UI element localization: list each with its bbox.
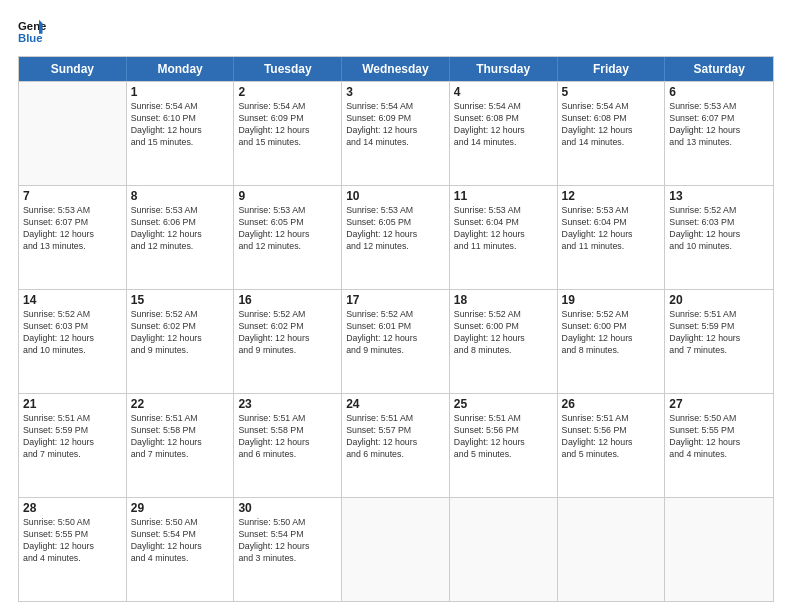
day-info: Sunrise: 5:51 AM Sunset: 5:59 PM Dayligh… [669,309,769,357]
day-info: Sunrise: 5:50 AM Sunset: 5:55 PM Dayligh… [23,517,122,565]
day-number: 7 [23,189,122,203]
calendar-body: 1Sunrise: 5:54 AM Sunset: 6:10 PM Daylig… [19,81,773,601]
cal-cell: 7Sunrise: 5:53 AM Sunset: 6:07 PM Daylig… [19,186,127,289]
day-number: 19 [562,293,661,307]
day-info: Sunrise: 5:51 AM Sunset: 5:56 PM Dayligh… [562,413,661,461]
day-info: Sunrise: 5:54 AM Sunset: 6:10 PM Dayligh… [131,101,230,149]
day-info: Sunrise: 5:51 AM Sunset: 5:58 PM Dayligh… [238,413,337,461]
cal-cell: 13Sunrise: 5:52 AM Sunset: 6:03 PM Dayli… [665,186,773,289]
cal-cell [19,82,127,185]
day-header-monday: Monday [127,57,235,81]
day-info: Sunrise: 5:52 AM Sunset: 6:02 PM Dayligh… [238,309,337,357]
week-row-5: 28Sunrise: 5:50 AM Sunset: 5:55 PM Dayli… [19,497,773,601]
day-info: Sunrise: 5:51 AM Sunset: 5:59 PM Dayligh… [23,413,122,461]
cal-cell: 9Sunrise: 5:53 AM Sunset: 6:05 PM Daylig… [234,186,342,289]
cal-cell: 2Sunrise: 5:54 AM Sunset: 6:09 PM Daylig… [234,82,342,185]
day-number: 8 [131,189,230,203]
cal-cell: 15Sunrise: 5:52 AM Sunset: 6:02 PM Dayli… [127,290,235,393]
header: General Blue [18,18,774,46]
week-row-2: 7Sunrise: 5:53 AM Sunset: 6:07 PM Daylig… [19,185,773,289]
cal-cell: 5Sunrise: 5:54 AM Sunset: 6:08 PM Daylig… [558,82,666,185]
cal-cell: 24Sunrise: 5:51 AM Sunset: 5:57 PM Dayli… [342,394,450,497]
cal-cell: 28Sunrise: 5:50 AM Sunset: 5:55 PM Dayli… [19,498,127,601]
cal-cell: 14Sunrise: 5:52 AM Sunset: 6:03 PM Dayli… [19,290,127,393]
day-info: Sunrise: 5:51 AM Sunset: 5:57 PM Dayligh… [346,413,445,461]
day-info: Sunrise: 5:53 AM Sunset: 6:04 PM Dayligh… [454,205,553,253]
day-info: Sunrise: 5:53 AM Sunset: 6:04 PM Dayligh… [562,205,661,253]
week-row-4: 21Sunrise: 5:51 AM Sunset: 5:59 PM Dayli… [19,393,773,497]
day-number: 23 [238,397,337,411]
cal-cell: 4Sunrise: 5:54 AM Sunset: 6:08 PM Daylig… [450,82,558,185]
day-number: 26 [562,397,661,411]
day-info: Sunrise: 5:53 AM Sunset: 6:05 PM Dayligh… [238,205,337,253]
cal-cell [450,498,558,601]
week-row-3: 14Sunrise: 5:52 AM Sunset: 6:03 PM Dayli… [19,289,773,393]
cal-cell: 22Sunrise: 5:51 AM Sunset: 5:58 PM Dayli… [127,394,235,497]
logo: General Blue [18,18,52,46]
page: General Blue SundayMondayTuesdayWednesda… [0,0,792,612]
cal-cell [342,498,450,601]
cal-cell: 1Sunrise: 5:54 AM Sunset: 6:10 PM Daylig… [127,82,235,185]
day-number: 5 [562,85,661,99]
calendar: SundayMondayTuesdayWednesdayThursdayFrid… [18,56,774,602]
day-number: 16 [238,293,337,307]
cal-cell: 27Sunrise: 5:50 AM Sunset: 5:55 PM Dayli… [665,394,773,497]
day-info: Sunrise: 5:50 AM Sunset: 5:54 PM Dayligh… [238,517,337,565]
day-number: 3 [346,85,445,99]
cal-cell: 12Sunrise: 5:53 AM Sunset: 6:04 PM Dayli… [558,186,666,289]
day-info: Sunrise: 5:54 AM Sunset: 6:08 PM Dayligh… [562,101,661,149]
day-number: 25 [454,397,553,411]
day-number: 9 [238,189,337,203]
day-header-sunday: Sunday [19,57,127,81]
cal-cell: 6Sunrise: 5:53 AM Sunset: 6:07 PM Daylig… [665,82,773,185]
day-info: Sunrise: 5:53 AM Sunset: 6:06 PM Dayligh… [131,205,230,253]
day-number: 24 [346,397,445,411]
day-header-thursday: Thursday [450,57,558,81]
cal-cell: 20Sunrise: 5:51 AM Sunset: 5:59 PM Dayli… [665,290,773,393]
day-number: 27 [669,397,769,411]
day-number: 29 [131,501,230,515]
cal-cell: 10Sunrise: 5:53 AM Sunset: 6:05 PM Dayli… [342,186,450,289]
day-info: Sunrise: 5:51 AM Sunset: 5:58 PM Dayligh… [131,413,230,461]
calendar-header-row: SundayMondayTuesdayWednesdayThursdayFrid… [19,57,773,81]
day-number: 28 [23,501,122,515]
day-info: Sunrise: 5:53 AM Sunset: 6:07 PM Dayligh… [669,101,769,149]
svg-text:Blue: Blue [18,32,43,44]
day-number: 10 [346,189,445,203]
cal-cell: 29Sunrise: 5:50 AM Sunset: 5:54 PM Dayli… [127,498,235,601]
cal-cell: 17Sunrise: 5:52 AM Sunset: 6:01 PM Dayli… [342,290,450,393]
week-row-1: 1Sunrise: 5:54 AM Sunset: 6:10 PM Daylig… [19,81,773,185]
day-header-saturday: Saturday [665,57,773,81]
day-header-tuesday: Tuesday [234,57,342,81]
day-info: Sunrise: 5:50 AM Sunset: 5:54 PM Dayligh… [131,517,230,565]
day-header-wednesday: Wednesday [342,57,450,81]
day-number: 22 [131,397,230,411]
day-number: 2 [238,85,337,99]
day-info: Sunrise: 5:54 AM Sunset: 6:08 PM Dayligh… [454,101,553,149]
day-info: Sunrise: 5:52 AM Sunset: 6:02 PM Dayligh… [131,309,230,357]
cal-cell: 3Sunrise: 5:54 AM Sunset: 6:09 PM Daylig… [342,82,450,185]
cal-cell: 16Sunrise: 5:52 AM Sunset: 6:02 PM Dayli… [234,290,342,393]
day-number: 14 [23,293,122,307]
day-number: 11 [454,189,553,203]
cal-cell: 18Sunrise: 5:52 AM Sunset: 6:00 PM Dayli… [450,290,558,393]
day-number: 17 [346,293,445,307]
logo-icon: General Blue [18,18,46,46]
day-number: 20 [669,293,769,307]
cal-cell: 26Sunrise: 5:51 AM Sunset: 5:56 PM Dayli… [558,394,666,497]
day-number: 21 [23,397,122,411]
cal-cell: 11Sunrise: 5:53 AM Sunset: 6:04 PM Dayli… [450,186,558,289]
day-number: 30 [238,501,337,515]
day-number: 18 [454,293,553,307]
day-info: Sunrise: 5:53 AM Sunset: 6:05 PM Dayligh… [346,205,445,253]
day-number: 12 [562,189,661,203]
day-info: Sunrise: 5:54 AM Sunset: 6:09 PM Dayligh… [346,101,445,149]
day-info: Sunrise: 5:50 AM Sunset: 5:55 PM Dayligh… [669,413,769,461]
cal-cell: 23Sunrise: 5:51 AM Sunset: 5:58 PM Dayli… [234,394,342,497]
day-number: 1 [131,85,230,99]
cal-cell: 19Sunrise: 5:52 AM Sunset: 6:00 PM Dayli… [558,290,666,393]
day-info: Sunrise: 5:52 AM Sunset: 6:03 PM Dayligh… [23,309,122,357]
day-info: Sunrise: 5:51 AM Sunset: 5:56 PM Dayligh… [454,413,553,461]
day-info: Sunrise: 5:52 AM Sunset: 6:00 PM Dayligh… [454,309,553,357]
cal-cell: 25Sunrise: 5:51 AM Sunset: 5:56 PM Dayli… [450,394,558,497]
